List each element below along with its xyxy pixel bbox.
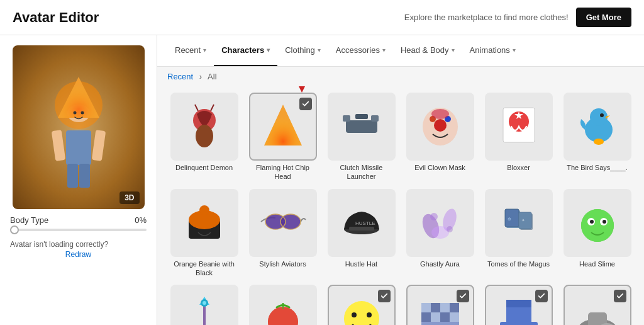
item-cell-tomes[interactable]: ⊕✦Tomes of the Magus [479, 185, 558, 282]
item-thumbnail-clutch [328, 93, 396, 161]
item-cell-evilclown[interactable]: Evil Clown Mask [401, 89, 479, 185]
red-arrow-indicator [293, 86, 311, 94]
svg-rect-21 [343, 115, 350, 122]
tab-recent-label: Recent [175, 45, 201, 55]
item-label-flaming: Flaming Hot Chip Head [249, 163, 317, 181]
chevron-down-icon: ▾ [267, 47, 270, 54]
item-cell-delinquent[interactable]: Delinquent Demon [165, 89, 243, 185]
header: Avatar Editor Explore the marketplace to… [0, 0, 644, 35]
selected-badge [457, 290, 469, 302]
chevron-down-icon: ▾ [382, 47, 386, 54]
item-cell-staff[interactable]: Mystic Staff [165, 281, 243, 325]
item-cell-beanie[interactable]: Orange Beanie with Black [165, 185, 243, 282]
tab-recent[interactable]: Recent ▾ [167, 35, 214, 66]
svg-rect-77 [450, 303, 459, 312]
item-cell-ghastly[interactable]: Ghastly Aura [401, 185, 479, 282]
svg-line-13 [211, 105, 214, 111]
selected-badge [378, 290, 391, 302]
item-cell-flaming[interactable]: Flaming Hot Chip Head [243, 89, 322, 185]
chevron-down-icon: ▾ [203, 47, 206, 54]
item-thumb-wrapper-bird [564, 93, 631, 161]
svg-text:⊕: ⊕ [508, 217, 511, 222]
svg-rect-74 [421, 303, 431, 312]
svg-rect-81 [450, 312, 459, 322]
body-type-row: Body Type 0% [10, 215, 147, 225]
item-thumb-wrapper-bloxxer [485, 93, 553, 161]
item-label-bird: The Bird Says____. [567, 163, 628, 172]
slider-thumb [10, 225, 19, 234]
item-label-ghastly: Ghastly Aura [420, 259, 460, 268]
svg-point-69 [268, 307, 298, 325]
tab-accessories[interactable]: Accessories ▾ [328, 35, 393, 66]
item-thumb-wrapper-tomes: ⊕✦ [485, 189, 553, 257]
svg-point-49 [431, 226, 449, 239]
svg-rect-78 [421, 312, 431, 322]
item-cell-hustle[interactable]: HUSTLEHustle Hat [322, 185, 401, 282]
nav-tabs: Recent ▾ Characters ▾ Clothing ▾ Accesso… [157, 35, 644, 67]
svg-point-59 [581, 209, 614, 242]
svg-rect-80 [440, 312, 450, 322]
body-type-slider[interactable] [10, 229, 147, 231]
item-thumb-wrapper-smiley [328, 285, 396, 325]
breadcrumb-all: All [208, 72, 216, 81]
item-thumbnail-evilclown [406, 93, 474, 161]
svg-rect-79 [431, 312, 440, 322]
item-cell-checkered1[interactable]: Checkered Outfit [401, 281, 479, 325]
item-thumb-wrapper-beanie [170, 189, 238, 257]
item-thumbnail-bloxxer [485, 93, 553, 161]
item-thumbnail-tomato [249, 285, 317, 325]
item-cell-clutch[interactable]: Clutch Missile Launcher [322, 89, 401, 185]
svg-text:✦: ✦ [521, 218, 525, 223]
tab-characters[interactable]: Characters ▾ [214, 35, 277, 66]
item-thumb-wrapper-ghastly [406, 189, 474, 257]
main-area: 3D Body Type 0% Avatar isn't loading cor… [0, 35, 644, 325]
breadcrumb-recent[interactable]: Recent [167, 72, 193, 81]
get-more-button[interactable]: Get More [576, 8, 631, 27]
item-thumbnail-ghastly [406, 189, 474, 257]
svg-rect-75 [431, 303, 440, 312]
selected-badge [535, 290, 548, 302]
tab-accessories-label: Accessories [336, 45, 380, 55]
sidebar: 3D Body Type 0% Avatar isn't loading cor… [0, 35, 157, 325]
svg-point-67 [203, 301, 206, 305]
header-right: Explore the marketplace to find more clo… [404, 8, 631, 27]
item-cell-gray-shoe[interactable]: Gray Shoes [558, 281, 636, 325]
item-cell-tomato[interactable]: Tomato Head [243, 281, 322, 325]
item-cell-aviators[interactable]: Stylish Aviators [243, 185, 322, 282]
svg-rect-83 [506, 300, 531, 307]
app-title: Avatar Editor [13, 9, 99, 26]
item-cell-bloxxer[interactable]: Bloxxer [479, 89, 558, 185]
item-cell-smiley[interactable]: Smiley Face [322, 281, 401, 325]
tab-head-body[interactable]: Head & Body ▾ [393, 35, 462, 66]
redraw-link[interactable]: Redraw [65, 250, 91, 259]
selected-badge [299, 98, 312, 110]
item-cell-blue-pants[interactable]: Blue Pants [479, 281, 558, 325]
svg-rect-1 [66, 130, 91, 165]
item-cell-headslime[interactable]: Head Slime [558, 185, 636, 282]
item-thumbnail-headslime [564, 189, 631, 257]
item-thumb-wrapper-blue-pants [485, 285, 553, 325]
3d-button[interactable]: 3D [119, 191, 139, 204]
svg-point-70 [344, 301, 379, 325]
tab-characters-label: Characters [221, 45, 264, 55]
item-label-clutch: Clutch Missile Launcher [328, 163, 396, 181]
tab-clothing[interactable]: Clothing ▾ [277, 35, 328, 66]
body-type-value: 0% [135, 215, 147, 225]
item-cell-bird[interactable]: The Bird Says____. [558, 89, 636, 185]
item-label-tomes: Tomes of the Magus [487, 259, 550, 268]
svg-point-38 [199, 205, 209, 215]
item-label-evilclown: Evil Clown Mask [414, 163, 465, 172]
item-thumbnail-beanie [170, 189, 238, 257]
chevron-down-icon: ▾ [452, 47, 455, 54]
svg-point-9 [73, 111, 76, 115]
svg-line-12 [195, 105, 198, 111]
svg-point-72 [367, 312, 372, 317]
svg-rect-85 [522, 322, 538, 325]
item-thumb-wrapper-tomato [249, 285, 317, 325]
item-thumbnail-smiley [328, 285, 396, 325]
svg-point-32 [590, 108, 608, 126]
item-thumb-wrapper-aviators [249, 189, 317, 257]
svg-point-24 [434, 119, 447, 132]
svg-rect-3 [91, 130, 106, 161]
tab-animations[interactable]: Animations ▾ [462, 35, 523, 66]
